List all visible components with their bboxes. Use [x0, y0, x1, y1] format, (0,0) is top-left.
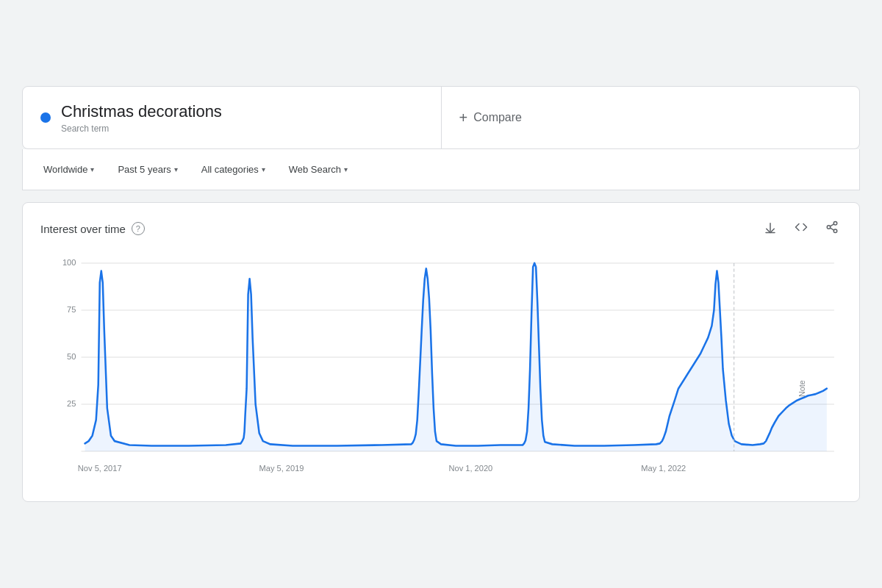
help-icon[interactable]: ?: [132, 222, 145, 235]
search-term-section: Christmas decorations Search term: [23, 87, 442, 149]
svg-line-5: [830, 224, 833, 226]
trend-chart: .grid-line { stroke: #e0e0e0; stroke-wid…: [40, 251, 842, 487]
filter-type-label: Web Search: [289, 164, 341, 175]
svg-text:May 1, 2022: May 1, 2022: [641, 464, 686, 473]
main-container: Christmas decorations Search term + Comp…: [22, 86, 860, 503]
filter-category[interactable]: All categories ▾: [193, 159, 274, 179]
svg-text:50: 50: [67, 352, 76, 361]
embed-icon[interactable]: [792, 218, 811, 240]
chevron-down-icon: ▾: [174, 165, 178, 173]
filter-category-label: All categories: [201, 164, 259, 175]
svg-text:Nov 1, 2020: Nov 1, 2020: [448, 464, 492, 473]
chevron-down-icon: ▾: [262, 165, 265, 173]
filter-time-label: Past 5 years: [118, 164, 171, 175]
svg-text:75: 75: [67, 305, 76, 314]
compare-plus-icon: +: [459, 110, 468, 126]
compare-label: Compare: [473, 111, 522, 124]
filter-type[interactable]: Web Search ▾: [280, 159, 356, 179]
svg-text:Nov 5, 2017: Nov 5, 2017: [78, 464, 122, 473]
svg-text:Note: Note: [798, 380, 806, 397]
search-term-sublabel: Search term: [61, 123, 222, 134]
download-icon[interactable]: [761, 218, 780, 240]
chart-header: Interest over time ?: [40, 218, 842, 240]
filters-bar: Worldwide ▾ Past 5 years ▾ All categorie…: [22, 149, 860, 190]
chart-title-area: Interest over time ?: [40, 222, 145, 235]
chart-title: Interest over time: [40, 223, 126, 235]
search-term-label: Christmas decorations: [61, 101, 222, 123]
filter-location[interactable]: Worldwide ▾: [35, 159, 103, 179]
search-header-card: Christmas decorations Search term + Comp…: [22, 86, 860, 150]
chart-actions: [761, 218, 842, 240]
filter-location-label: Worldwide: [43, 164, 87, 175]
svg-line-4: [830, 228, 833, 230]
share-icon[interactable]: [822, 218, 842, 240]
svg-text:May 5, 2019: May 5, 2019: [259, 464, 304, 473]
compare-section[interactable]: + Compare: [442, 87, 860, 149]
filter-time[interactable]: Past 5 years ▾: [109, 159, 186, 179]
chevron-down-icon: ▾: [90, 165, 94, 173]
search-term-text: Christmas decorations Search term: [61, 101, 222, 135]
search-term-dot: [40, 112, 51, 123]
chart-card: Interest over time ?: [22, 202, 860, 502]
chevron-down-icon: ▾: [344, 165, 348, 173]
svg-text:25: 25: [67, 399, 76, 408]
svg-text:100: 100: [62, 258, 76, 267]
chart-wrapper: .grid-line { stroke: #e0e0e0; stroke-wid…: [40, 251, 842, 490]
